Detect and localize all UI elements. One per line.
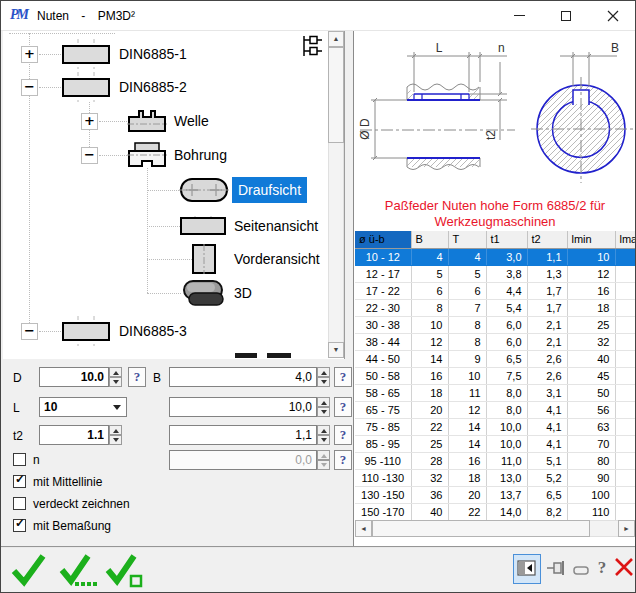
spinner-n <box>317 450 330 470</box>
combo-l-dropdown-icon[interactable] <box>109 399 125 415</box>
dim-label-t2: t2 <box>484 130 498 140</box>
panel-toggle-button[interactable] <box>513 554 541 584</box>
table-row[interactable]: 150 -170 40 22 14,0 8,2 110 <box>355 503 635 520</box>
minimize-icon <box>514 15 525 16</box>
label-bemassung: mit Bemaßung <box>33 519 111 533</box>
table-row[interactable]: 85 - 95 25 14 10,0 4,1 70 <box>355 435 635 452</box>
apply-new-button[interactable] <box>103 552 145 590</box>
column-header-lmin[interactable]: lmin <box>567 231 615 248</box>
table-row[interactable]: 110 -130 32 18 13,0 5,2 90 <box>355 469 635 486</box>
table-row[interactable]: 95 -110 28 16 11,0 5,1 80 <box>355 452 635 469</box>
tree-item-vorderansicht[interactable]: Vorderansicht <box>234 251 320 267</box>
table-row[interactable]: 30 - 38 10 8 6,0 2,1 25 <box>355 316 635 333</box>
label-b: B <box>153 371 161 385</box>
technical-drawing: L n B Ø D t2 <box>355 32 635 195</box>
column-header-t[interactable]: T <box>448 231 486 248</box>
tree-item-draufsicht[interactable]: Draufsicht <box>232 177 307 203</box>
help-button-t2[interactable]: ? <box>334 425 352 445</box>
input-t2b[interactable] <box>169 425 317 445</box>
table-scroll-right-button[interactable]: ► <box>618 520 635 537</box>
table-row[interactable]: 17 - 22 6 6 4,4 1,7 16 <box>355 282 635 299</box>
app-logo-icon: PM <box>10 7 30 25</box>
spinner-d[interactable] <box>109 367 122 387</box>
expander-din6885-2[interactable]: − <box>21 79 38 96</box>
table-row[interactable]: 58 - 65 18 11 8,0 3,1 50 <box>355 384 635 401</box>
tree-structure-icon[interactable] <box>299 34 323 62</box>
check-icon <box>10 552 48 588</box>
table-scroll-left-button[interactable]: ◄ <box>355 520 372 537</box>
table-row[interactable]: 22 - 30 8 7 5,4 1,7 18 <box>355 299 635 316</box>
table-header-row: ø ü-b B T t1 t2 lmin lma <box>355 231 635 248</box>
cancel-button[interactable] <box>611 555 636 581</box>
input-n <box>169 450 317 470</box>
checkbox-verdeckt[interactable] <box>13 497 26 510</box>
help-button-d[interactable]: ? <box>128 367 146 387</box>
column-header-lmax[interactable]: lma <box>615 231 635 248</box>
tree-scrollbar-thumb[interactable] <box>328 47 344 143</box>
model-tree-panel: + − + − − DIN6885-1 DIN6885-2 Welle Bohr… <box>3 31 345 359</box>
clipped-tree-icon <box>267 353 291 358</box>
collapse-icon <box>573 566 589 575</box>
spinner-t2b[interactable] <box>317 425 330 445</box>
table-hscrollbar-thumb[interactable] <box>372 520 590 537</box>
table-title-line2: Werkzeugmaschinen <box>355 214 635 230</box>
checkbox-mittellinie[interactable]: ✓ <box>13 475 26 488</box>
column-header-b[interactable]: B <box>411 231 448 248</box>
clipped-tree-icon <box>235 353 257 358</box>
dialog-help-button[interactable]: ? <box>594 555 610 581</box>
spinner-b[interactable] <box>317 367 330 387</box>
maximize-button[interactable] <box>545 1 587 30</box>
ok-button[interactable] <box>9 552 49 590</box>
table-row[interactable]: 130 -150 36 20 13,7 6,5 100 <box>355 486 635 503</box>
table-title-line1: Paßfeder Nuten hohe Form 6885/2 für <box>355 198 635 214</box>
key-top-view-icon <box>61 316 111 346</box>
minimize-button[interactable] <box>498 1 540 30</box>
table-row[interactable]: 75 - 85 22 14 10,0 4,1 63 <box>355 418 635 435</box>
tree-item-seitenansicht[interactable]: Seitenansicht <box>234 218 318 234</box>
tree-item-din6885-2[interactable]: DIN6885-2 <box>119 79 187 95</box>
apply-continue-button[interactable] <box>57 552 99 590</box>
checkbox-n[interactable] <box>13 453 26 466</box>
expander-welle[interactable]: + <box>81 113 98 130</box>
close-button[interactable] <box>592 1 634 30</box>
help-button-n[interactable]: ? <box>334 450 352 470</box>
column-header-t2[interactable]: t2 <box>527 231 567 248</box>
input-l2[interactable] <box>169 397 317 417</box>
3d-view-icon <box>181 278 227 308</box>
column-header-diameter[interactable]: ø ü-b <box>355 231 411 248</box>
expander-din6885-3[interactable]: − <box>21 323 38 340</box>
expander-bohrung[interactable]: − <box>81 147 98 164</box>
tree-item-3d[interactable]: 3D <box>234 285 252 301</box>
pin-button[interactable] <box>546 558 568 580</box>
input-t2[interactable] <box>39 425 109 445</box>
help-button-l[interactable]: ? <box>334 397 352 417</box>
table-row[interactable]: 50 - 58 16 10 7,5 2,6 45 <box>355 367 635 384</box>
pin-icon <box>546 558 568 578</box>
titlebar: PM Nuten - PM3D² <box>1 1 635 31</box>
checkbox-bemassung[interactable]: ✓ <box>13 519 26 532</box>
tree-scroll-down-button[interactable]: ▼ <box>328 342 344 358</box>
expander-din6885-1[interactable]: + <box>21 46 38 63</box>
column-header-t1[interactable]: t1 <box>486 231 527 248</box>
table-row[interactable]: 44 - 50 14 9 6,5 2,6 40 <box>355 350 635 367</box>
tree-item-din6885-1[interactable]: DIN6885-1 <box>119 46 187 62</box>
tree-item-din6885-3[interactable]: DIN6885-3 <box>119 323 187 339</box>
spinner-l2[interactable] <box>317 397 330 417</box>
table-row[interactable]: 10 - 12 4 4 3,0 1,1 10 <box>355 248 635 265</box>
help-button-b[interactable]: ? <box>334 367 352 387</box>
bore-section-icon <box>127 142 167 168</box>
input-d[interactable] <box>39 367 109 387</box>
tree-scroll-up-button[interactable]: ▲ <box>328 31 344 47</box>
table-row[interactable]: 12 - 17 5 5 3,8 1,3 12 <box>355 265 635 282</box>
label-verdeckt: verdeckt zeichnen <box>33 497 130 511</box>
collapse-dialog-button[interactable] <box>572 563 590 575</box>
spinner-t2[interactable] <box>109 425 122 445</box>
nuten-window: PM Nuten - PM3D² + − + − − <box>0 0 636 593</box>
combo-l[interactable]: 10 <box>39 397 127 417</box>
tree-item-welle[interactable]: Welle <box>174 113 209 129</box>
input-b[interactable] <box>169 367 317 387</box>
table-row[interactable]: 65 - 75 20 12 8,0 4,1 56 <box>355 401 635 418</box>
tree-item-bohrung[interactable]: Bohrung <box>174 147 227 163</box>
table-row[interactable]: 38 - 44 12 8 6,0 2,1 32 <box>355 333 635 350</box>
label-d: D <box>13 371 22 385</box>
